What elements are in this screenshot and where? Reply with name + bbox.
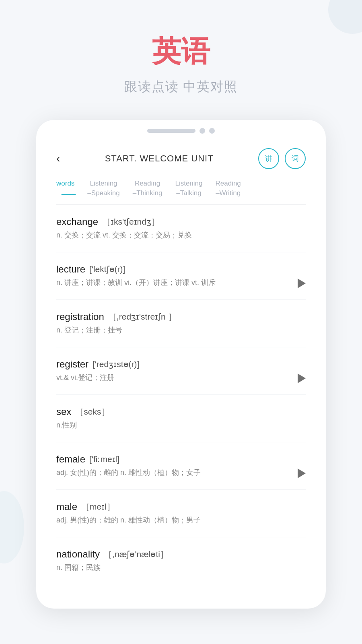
word-entry-sex[interactable]: sex ［seks］ n.性别 <box>56 406 306 431</box>
tab-reading-writing[interactable]: Reading –Writing <box>209 179 247 204</box>
word-phonetic-nationality: ［ˌnæʃə'næləti］ <box>104 549 169 560</box>
word-phonetic-exchange: ［ɪks'tʃeɪndʒ］ <box>102 216 160 227</box>
word-divider-4 <box>56 442 306 442</box>
word-phonetic-registration: ［ˌredʒɪ'streɪʃn ］ <box>108 311 177 322</box>
word-english-exchange: exchange <box>56 216 98 227</box>
word-phonetic-female: ['fiːmeɪl] <box>89 454 119 464</box>
word-divider-2 <box>56 347 306 347</box>
word-english-female: female <box>56 454 85 465</box>
word-divider-3 <box>56 394 306 395</box>
word-phonetic-male: ［meɪl］ <box>81 501 115 512</box>
play-icon-register[interactable] <box>298 374 306 383</box>
tab-listening-talking[interactable]: Listening –Talking <box>169 179 209 204</box>
play-icon-lecture[interactable] <box>298 279 306 288</box>
tab-listening-speaking[interactable]: Listening –Speaking <box>81 179 126 204</box>
vocabulary-button[interactable]: 词 <box>285 148 306 169</box>
phone-top-bar <box>36 120 326 140</box>
word-definition-exchange: n. 交换；交流 vt. 交换；交流；交易；兑换 <box>56 230 306 241</box>
word-english-male: male <box>56 501 77 512</box>
phone-mockup: ‹ START. WELCOME UNIT 讲 词 words Listenin… <box>36 120 326 609</box>
word-divider-6 <box>56 537 306 537</box>
word-definition-sex: n.性别 <box>56 420 306 431</box>
word-english-register: register <box>56 359 88 370</box>
page-subtitle: 跟读点读 中英对照 <box>0 78 362 96</box>
word-entry-exchange[interactable]: exchange ［ɪks'tʃeɪndʒ］ n. 交换；交流 vt. 交换；交… <box>56 216 306 241</box>
word-definition-registration: n. 登记；注册；挂号 <box>56 325 306 336</box>
word-divider-0 <box>56 252 306 252</box>
word-header-sex: sex ［seks］ <box>56 406 306 417</box>
word-definition-male: adj. 男(性)的；雄的 n. 雄性动（植）物；男子 <box>56 515 306 526</box>
app-content: ‹ START. WELCOME UNIT 讲 词 words Listenin… <box>36 140 326 592</box>
word-header-nationality: nationality ［ˌnæʃə'næləti］ <box>56 549 306 560</box>
word-entry-nationality[interactable]: nationality ［ˌnæʃə'næləti］ n. 国籍；民族 <box>56 549 306 573</box>
phone-dot-1 <box>200 128 205 134</box>
word-header-registration: registration ［ˌredʒɪ'streɪʃn ］ <box>56 311 306 322</box>
word-english-registration: registration <box>56 311 104 322</box>
word-entry-female[interactable]: female ['fiːmeɪl] adj. 女(性)的；雌的 n. 雌性动（植… <box>56 454 306 478</box>
word-definition-female: adj. 女(性)的；雌的 n. 雌性动（植）物；女子 <box>56 467 306 478</box>
word-header-male: male ［meɪl］ <box>56 501 306 512</box>
word-list: exchange ［ɪks'tʃeɪndʒ］ n. 交换；交流 vt. 交换；交… <box>56 216 306 573</box>
word-phonetic-sex: ［seks］ <box>75 406 109 417</box>
word-english-nationality: nationality <box>56 549 100 560</box>
word-entry-male[interactable]: male ［meɪl］ adj. 男(性)的；雄的 n. 雄性动（植）物；男子 <box>56 501 306 526</box>
word-phonetic-register: ['redʒɪstə(r)] <box>93 359 139 369</box>
word-phonetic-lecture: ['lektʃə(r)] <box>89 264 125 274</box>
phone-notch <box>147 129 195 133</box>
page-header: 英语 跟读点读 中英对照 <box>0 0 362 108</box>
word-entry-register[interactable]: register ['redʒɪstə(r)] vt.& vi.登记；注册 <box>56 359 306 383</box>
word-definition-register: vt.& vi.登记；注册 <box>56 372 306 383</box>
tab-words[interactable]: words <box>56 179 81 195</box>
nav-title: START. WELCOME UNIT <box>105 153 214 164</box>
word-header-female: female ['fiːmeɪl] <box>56 454 306 465</box>
back-button[interactable]: ‹ <box>56 152 60 165</box>
word-english-sex: sex <box>56 406 71 417</box>
tabs-row: words Listening –Speaking Reading –Think… <box>56 179 306 205</box>
phone-dot-2 <box>209 128 215 134</box>
word-entry-registration[interactable]: registration ［ˌredʒɪ'streɪʃn ］ n. 登记；注册；… <box>56 311 306 336</box>
bg-decoration-bottom <box>0 491 24 564</box>
tab-reading-thinking[interactable]: Reading –Thinking <box>126 179 169 204</box>
word-definition-lecture: n. 讲座；讲课；教训 vi.（开）讲座；讲课 vt. 训斥 <box>56 277 306 288</box>
word-definition-nationality: n. 国籍；民族 <box>56 562 306 573</box>
page-title: 英语 <box>0 32 362 71</box>
word-entry-lecture[interactable]: lecture ['lektʃə(r)] n. 讲座；讲课；教训 vi.（开）讲… <box>56 264 306 288</box>
play-icon-female[interactable] <box>298 469 306 478</box>
word-english-lecture: lecture <box>56 264 85 275</box>
nav-action-buttons: 讲 词 <box>258 148 306 169</box>
word-divider-1 <box>56 299 306 300</box>
word-divider-5 <box>56 489 306 490</box>
word-header-register: register ['redʒɪstə(r)] <box>56 359 306 370</box>
word-header-exchange: exchange ［ɪks'tʃeɪndʒ］ <box>56 216 306 227</box>
word-header-lecture: lecture ['lektʃə(r)] <box>56 264 306 275</box>
lecture-button[interactable]: 讲 <box>258 148 279 169</box>
nav-bar: ‹ START. WELCOME UNIT 讲 词 <box>56 140 306 179</box>
